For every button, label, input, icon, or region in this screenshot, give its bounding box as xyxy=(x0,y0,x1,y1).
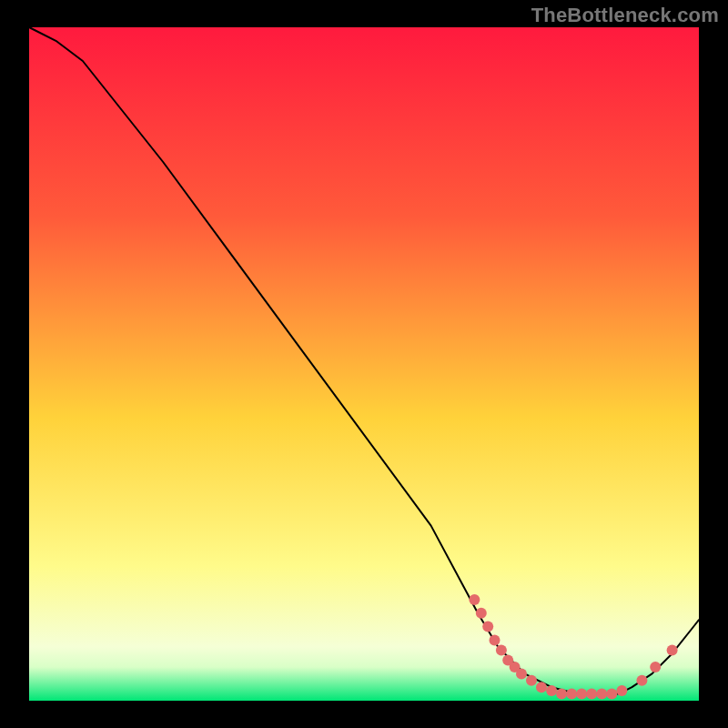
chart-frame: TheBottleneck.com xyxy=(0,0,728,728)
data-marker xyxy=(526,675,537,686)
data-marker xyxy=(636,675,647,686)
data-marker xyxy=(556,689,567,700)
data-marker xyxy=(650,662,661,672)
bottleneck-chart xyxy=(0,0,728,728)
data-marker xyxy=(516,668,527,679)
data-marker xyxy=(469,594,480,605)
data-marker xyxy=(566,689,577,700)
watermark-text: TheBottleneck.com xyxy=(531,4,719,27)
data-marker xyxy=(616,685,627,696)
data-marker xyxy=(576,689,587,700)
plot-background xyxy=(29,27,699,701)
data-marker xyxy=(496,645,507,656)
data-marker xyxy=(482,622,493,632)
data-marker xyxy=(596,689,607,700)
data-marker xyxy=(667,645,678,656)
data-marker xyxy=(546,685,557,696)
data-marker xyxy=(536,682,547,693)
data-marker xyxy=(606,689,617,700)
data-marker xyxy=(586,689,597,700)
data-marker xyxy=(476,608,487,619)
data-marker xyxy=(490,634,500,645)
